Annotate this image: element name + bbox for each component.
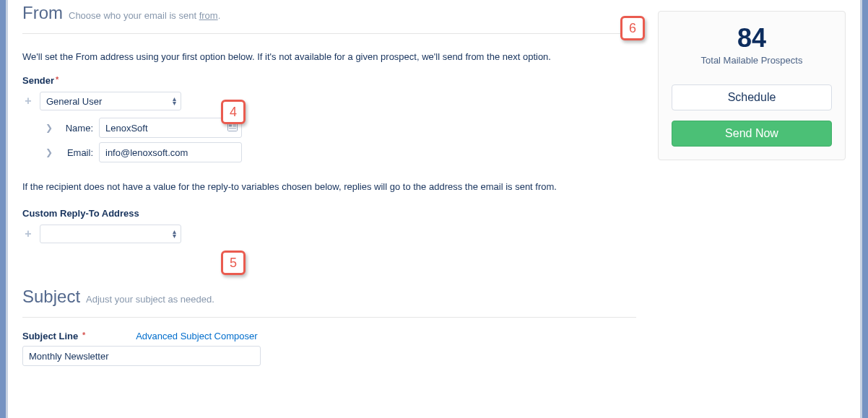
subject-line-label: Subject Line * [22,331,85,341]
callout-5: 5 [221,251,246,275]
callout-6: 6 [620,16,645,40]
subject-line-input[interactable] [22,346,261,366]
from-helper-text: We'll set the From address using your fi… [22,51,636,62]
replyto-row: + ▴▾ [22,225,636,243]
callout-4: 4 [221,100,246,124]
replyto-label: Custom Reply-To Address [22,208,636,219]
svg-rect-0 [228,123,238,131]
subject-title: Subject [22,287,80,307]
chevron-updown-icon: ▴▾ [173,97,176,105]
sender-row: + General User ▴▾ [22,92,636,110]
from-section-header: From Choose who your email is sent from. [22,0,636,34]
replyto-helper-text: If the recipient does not have a value f… [22,181,636,192]
add-sender-icon[interactable]: + [22,95,34,108]
name-label: Name: [58,123,93,134]
advanced-composer-link[interactable]: Advanced Subject Composer [136,331,257,341]
subject-section-header: Subject Adjust your subject as needed. [22,284,636,318]
prospects-count: 84 [672,23,832,53]
sender-select-value: General User [46,96,102,107]
sender-label: Sender* [22,75,636,86]
email-label: Email: [58,147,93,158]
schedule-button[interactable]: Schedule [672,84,832,110]
sender-select[interactable]: General User ▴▾ [40,92,181,110]
sender-email-input[interactable] [99,142,242,162]
replyto-select[interactable]: ▴▾ [40,225,181,243]
send-now-button[interactable]: Send Now [672,121,832,147]
prospects-panel: 84 Total Mailable Prospects Schedule Sen… [658,11,846,160]
chevron-updown-icon: ▴▾ [173,230,176,238]
add-replyto-icon[interactable]: + [22,227,34,240]
sender-name-row: ❯ Name: [45,118,636,138]
chevron-right-icon: ❯ [45,147,53,157]
from-subtitle: Choose who your email is sent from. [69,10,220,21]
sender-email-row: ❯ Email: [45,142,636,162]
subject-subtitle: Adjust your subject as needed. [86,294,214,305]
chevron-right-icon: ❯ [45,123,53,133]
prospects-count-label: Total Mailable Prospects [672,55,832,66]
svg-rect-1 [229,125,232,127]
from-title: From [22,3,63,23]
